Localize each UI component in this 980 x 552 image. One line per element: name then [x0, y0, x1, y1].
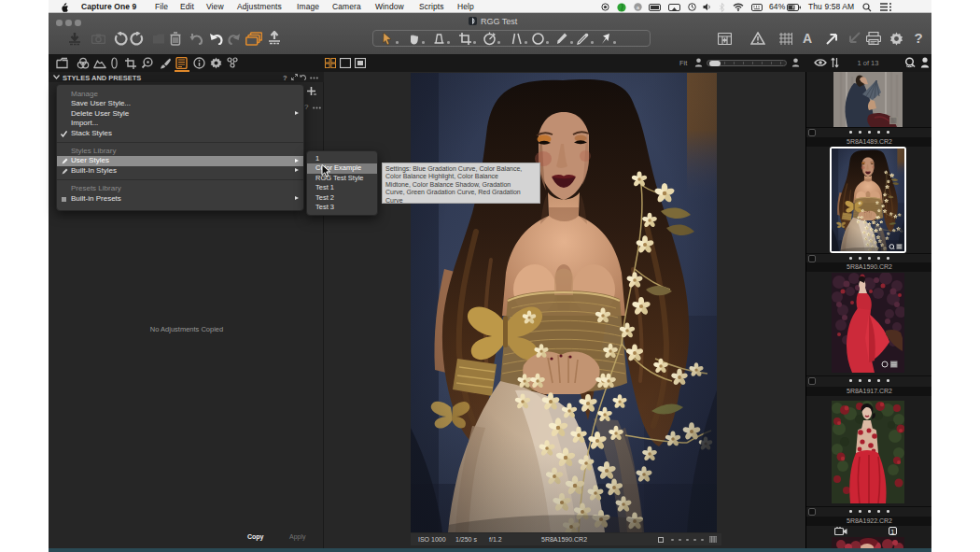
svg-text:?: ?: [914, 31, 922, 46]
svg-text:A: A: [803, 32, 812, 45]
